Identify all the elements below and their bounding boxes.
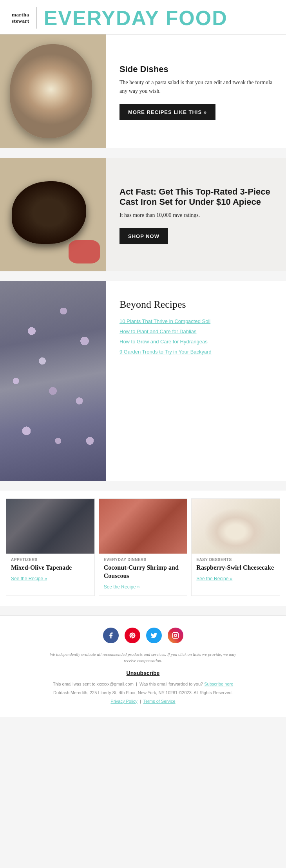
cheesecake-image-placeholder [192, 499, 280, 554]
twitter-svg [150, 632, 157, 639]
gap-1 [0, 148, 286, 158]
svg-point-2 [177, 633, 177, 634]
section-side-dishes: Side Dishes The beauty of a pasta salad … [0, 34, 286, 148]
gap-3 [0, 481, 286, 491]
beyond-link-3[interactable]: How to Grow and Care for Hydrangeas [119, 339, 208, 345]
header-divider [36, 7, 37, 29]
cheesecake-content: EASY DESSERTS Raspberry-Swirl Cheesecake… [192, 554, 280, 587]
cheesecake-image [192, 499, 280, 554]
list-item[interactable]: 9 Garden Trends to Try in Your Backyard [119, 348, 274, 355]
tapenade-subcategory: APPETIZERS [11, 558, 90, 562]
side-dishes-heading: Side Dishes [119, 64, 274, 74]
footer-social: We independently evaluate all recommende… [0, 615, 286, 717]
gap-4 [0, 606, 286, 615]
shrimp-image-placeholder [99, 499, 187, 554]
tapenade-content: APPETIZERS Mixed-Olive Tapenade See the … [6, 554, 94, 587]
twitter-icon[interactable] [146, 628, 162, 643]
footer-info: This email was sent to xxxxxx@gmail.com … [8, 681, 278, 688]
svg-rect-0 [172, 632, 178, 638]
gap-2 [0, 271, 286, 281]
pinterest-svg [129, 632, 136, 639]
svg-point-1 [174, 634, 177, 637]
section-cast-iron: Act Fast: Get This Top-Rated 3-Piece Cas… [0, 158, 286, 271]
more-recipes-button[interactable]: MORE RECIPES LIKE THIS » [119, 104, 215, 120]
shrimp-content: EVERYDAY DINNERS Coconut-Curry Shrimp an… [99, 554, 187, 596]
facebook-svg [107, 632, 114, 639]
instagram-icon[interactable] [168, 628, 183, 643]
cast-iron-image [0, 158, 106, 271]
email-sent-text: This email was sent to xxxxxx@gmail.com [53, 682, 134, 686]
list-item[interactable]: 10 Plants That Thrive in Compacted Soil [119, 318, 274, 325]
list-item[interactable]: How to Plant and Care for Dahlias [119, 328, 274, 335]
beyond-link-4[interactable]: 9 Garden Trends to Try in Your Backyard [119, 349, 212, 355]
terms-of-service-link[interactable]: Terms of Service [143, 699, 176, 704]
forwarded-text: Was this email forwarded to you? [139, 682, 203, 686]
header: martha stewart EVERYDAY FOOD [0, 0, 286, 34]
list-item[interactable]: How to Grow and Care for Hydrangeas [119, 338, 274, 345]
beyond-recipes-title: Beyond Recipes [119, 299, 274, 310]
card-tapenade: APPETIZERS Mixed-Olive Tapenade See the … [6, 498, 95, 596]
social-icons-row [8, 628, 278, 643]
cheesecake-subcategory: EASY DESSERTS [196, 558, 275, 562]
side-dishes-description: The beauty of a pasta salad is that you … [119, 78, 274, 95]
tapenade-link[interactable]: See the Recipe » [11, 576, 47, 581]
card-shrimp: EVERYDAY DINNERS Coconut-Curry Shrimp an… [99, 498, 188, 596]
cast-iron-heading: Act Fast: Get This Top-Rated 3-Piece Cas… [119, 187, 274, 207]
email-wrapper: martha stewart EVERYDAY FOOD Side Dishes… [0, 0, 286, 717]
shrimp-title: Coconut-Curry Shrimp and Couscous [104, 564, 183, 580]
pasta-salad-image [0, 34, 106, 148]
cast-iron-description: It has more than 10,000 rave ratings. [119, 211, 274, 220]
subscribe-here-link[interactable]: Subscribe here [204, 682, 233, 686]
shrimp-image [99, 499, 187, 554]
cheesecake-title: Raspberry-Swirl Cheesecake [196, 564, 275, 572]
recipe-cards: APPETIZERS Mixed-Olive Tapenade See the … [0, 491, 286, 606]
footer-legal: Privacy Policy | Terms of Service [8, 699, 278, 704]
instagram-svg [172, 632, 179, 639]
facebook-icon[interactable] [103, 628, 119, 643]
shop-now-button[interactable]: SHOP NOW [119, 228, 168, 244]
beyond-recipes-content: Beyond Recipes 10 Plants That Thrive in … [106, 281, 286, 481]
pinterest-icon[interactable] [125, 628, 140, 643]
tapenade-title: Mixed-Olive Tapenade [11, 564, 90, 572]
beyond-links-list: 10 Plants That Thrive in Compacted Soil … [119, 318, 274, 355]
side-dishes-content: Side Dishes The beauty of a pasta salad … [106, 34, 286, 148]
footer-disclaimer: We independently evaluate all recommende… [45, 651, 241, 664]
cheesecake-link[interactable]: See the Recipe » [196, 576, 232, 581]
tapenade-image [6, 499, 94, 554]
footer-company: Dotdash Meredith, 225 Liberty St, 4th Fl… [8, 689, 278, 697]
beyond-link-2[interactable]: How to Plant and Care for Dahlias [119, 328, 197, 334]
unsubscribe-link[interactable]: Unsubscribe [8, 670, 278, 676]
privacy-policy-link[interactable]: Privacy Policy [110, 699, 137, 704]
flowers-image [0, 281, 106, 481]
shrimp-link[interactable]: See the Recipe » [104, 584, 140, 590]
cast-iron-content: Act Fast: Get This Top-Rated 3-Piece Cas… [106, 158, 286, 271]
everyday-food-title: EVERYDAY FOOD [44, 8, 228, 28]
card-cheesecake: EASY DESSERTS Raspberry-Swirl Cheesecake… [191, 498, 280, 596]
beyond-link-1[interactable]: 10 Plants That Thrive in Compacted Soil [119, 318, 210, 324]
section-beyond-recipes: Beyond Recipes 10 Plants That Thrive in … [0, 281, 286, 481]
shrimp-subcategory: EVERYDAY DINNERS [104, 558, 183, 562]
tapenade-image-placeholder [6, 499, 94, 554]
martha-stewart-logo: martha stewart [12, 12, 29, 24]
